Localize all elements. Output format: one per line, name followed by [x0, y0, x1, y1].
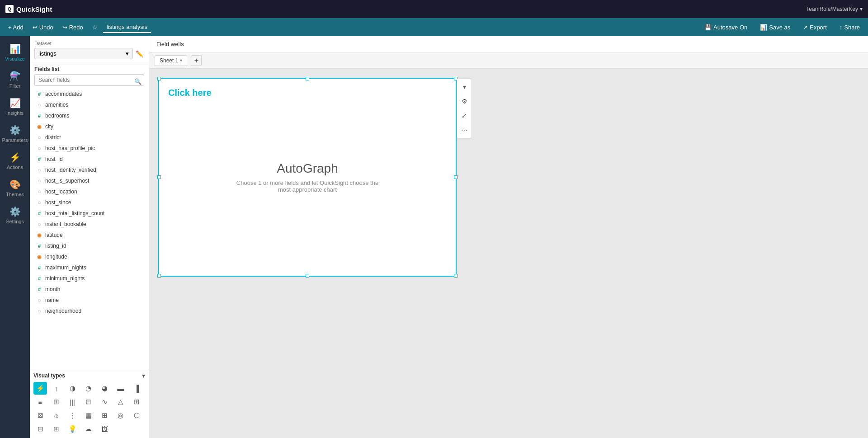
visual-collapse-button[interactable]: ▾: [458, 81, 470, 93]
visual-type-autograph[interactable]: ⚡: [33, 382, 47, 395]
field-item-amenities[interactable]: ○amenities: [30, 99, 149, 110]
visual-type-horizontal-bar[interactable]: ▬: [114, 382, 127, 395]
resize-left[interactable]: [157, 175, 161, 179]
search-icon-button[interactable]: 🔍: [134, 78, 142, 85]
visual-type-insight[interactable]: 💡: [66, 423, 79, 435]
field-item-host_id[interactable]: #host_id: [30, 154, 149, 165]
visual-more-button[interactable]: ⋯: [458, 124, 470, 136]
field-item-host_location[interactable]: ○host_location: [30, 186, 149, 197]
visual-type-bar[interactable]: ▐: [130, 382, 143, 395]
resize-bottom-left[interactable]: [157, 274, 161, 278]
canvas-area[interactable]: Click here AutoGraph Choose 1 or more fi…: [149, 69, 868, 438]
field-label-latitude: latitude: [45, 232, 63, 238]
visual-type-line[interactable]: ∿: [98, 396, 111, 408]
field-icon-city: ◉: [36, 123, 42, 130]
visual-type-donut[interactable]: ◑: [66, 382, 79, 395]
search-input[interactable]: [34, 74, 144, 86]
field-label-district: district: [45, 134, 61, 141]
visual-type-custom[interactable]: ☁: [82, 423, 95, 435]
field-item-host_since[interactable]: ○host_since: [30, 197, 149, 208]
visual-controls: ▾ ⚙ ⤢ ⋯: [457, 79, 472, 138]
field-item-listing_id[interactable]: #listing_id: [30, 240, 149, 251]
resize-right[interactable]: [454, 175, 458, 179]
field-item-instant_bookable[interactable]: ○instant_bookable: [30, 219, 149, 230]
visual-type-kpi[interactable]: ↑: [50, 382, 63, 395]
field-item-maximum_nights[interactable]: #maximum_nights: [30, 262, 149, 273]
field-label-host_location: host_location: [45, 188, 77, 195]
visual-type-stacked-bar[interactable]: ≡: [33, 396, 47, 408]
undo-label: Undo: [39, 24, 53, 31]
edit-dataset-button[interactable]: ✏️: [135, 49, 144, 58]
visual-type-map[interactable]: ◎: [114, 409, 127, 422]
resize-top[interactable]: [306, 77, 309, 80]
visual-type-pie[interactable]: ◕: [98, 382, 111, 395]
visual-type-grouped-bar2[interactable]: |||: [66, 396, 79, 408]
field-item-latitude[interactable]: ◉latitude: [30, 230, 149, 240]
visual-types-collapse-button[interactable]: ▾: [142, 372, 145, 379]
add-sheet-button[interactable]: +: [191, 55, 202, 66]
visual-type-filled-map[interactable]: ⬡: [130, 409, 143, 422]
field-item-host_is_superhost[interactable]: ○host_is_superhost: [30, 175, 149, 186]
visual-type-stacked-bar2[interactable]: ⊟: [82, 396, 95, 408]
export-button[interactable]: ↗ Export: [799, 22, 830, 33]
field-wells-bar: Field wells: [149, 36, 868, 52]
sidebar-item-settings[interactable]: ⚙️ Settings: [2, 203, 28, 228]
redo-button[interactable]: ↪ Redo: [59, 22, 87, 33]
field-item-bedrooms[interactable]: #bedrooms: [30, 110, 149, 121]
field-item-neighbourhood[interactable]: ○neighbourhood: [30, 306, 149, 316]
field-item-month[interactable]: #month: [30, 284, 149, 295]
visual-type-tree[interactable]: ▦: [82, 409, 95, 422]
visual-type-gauge[interactable]: ◔: [82, 382, 95, 395]
field-item-accommodates[interactable]: #accommodates: [30, 89, 149, 99]
resize-bottom[interactable]: [306, 274, 309, 278]
visual-type-scatter[interactable]: ⋮: [66, 409, 79, 422]
undo-button[interactable]: ↩ Undo: [29, 22, 57, 33]
visual-expand-button[interactable]: ⤢: [458, 110, 470, 122]
autosave-button[interactable]: 💾 Autosave On: [701, 22, 751, 33]
add-label: + Add: [8, 24, 24, 31]
sidebar-item-themes[interactable]: 🎨 Themes: [2, 175, 28, 201]
field-item-city[interactable]: ◉city: [30, 121, 149, 132]
dataset-select[interactable]: listings ▾: [34, 48, 133, 59]
visual-type-area[interactable]: △: [114, 396, 127, 408]
field-icon-maximum_nights: #: [36, 264, 42, 271]
field-label-host_total_listings_count: host_total_listings_count: [45, 210, 104, 217]
visual-type-heatmap[interactable]: ⊞: [130, 396, 143, 408]
sidebar-item-actions[interactable]: ⚡ Actions: [2, 148, 28, 174]
sidebar-item-insights[interactable]: 📈 Insights: [2, 94, 28, 119]
sidebar-item-visualize[interactable]: 📊 Visualize: [2, 40, 28, 65]
sidebar-item-filter[interactable]: ⚗️ Filter: [2, 67, 28, 92]
visual-settings-button[interactable]: ⚙: [458, 95, 470, 107]
field-item-host_has_profile_pic[interactable]: ○host_has_profile_pic: [30, 143, 149, 154]
visual-type-pivot[interactable]: ⊞: [50, 423, 63, 435]
field-icon-longitude: ◉: [36, 254, 42, 260]
star-icon: ☆: [92, 24, 98, 31]
click-here-prompt[interactable]: Click here: [168, 88, 212, 98]
visual-type-table[interactable]: ⊟: [33, 423, 47, 435]
visual-type-combo[interactable]: ⊠: [33, 409, 47, 422]
visual-type-grouped-bar[interactable]: ⊞: [50, 396, 63, 408]
field-item-name[interactable]: ○name: [30, 295, 149, 306]
dataset-name: listings: [38, 50, 57, 57]
field-icon-listing_id: #: [36, 243, 42, 249]
sidebar-item-parameters[interactable]: ⚙️ Parameters: [2, 121, 28, 146]
field-item-longitude[interactable]: ◉longitude: [30, 251, 149, 262]
field-item-minimum_nights[interactable]: #minimum_nights: [30, 273, 149, 284]
fields-scroll[interactable]: #accommodates○amenities#bedrooms◉city○di…: [30, 89, 149, 369]
field-item-district[interactable]: ○district: [30, 132, 149, 143]
resize-bottom-right[interactable]: [454, 274, 458, 278]
save-as-button[interactable]: 📊 Save as: [756, 22, 794, 33]
visual-container[interactable]: Click here AutoGraph Choose 1 or more fi…: [158, 78, 457, 277]
visual-type-heat2[interactable]: ⊞: [98, 409, 111, 422]
sheet-1-tab[interactable]: Sheet 1 ▾: [155, 55, 187, 66]
visual-type-image[interactable]: 🖼: [98, 423, 111, 435]
share-button[interactable]: ↑ Share: [836, 22, 863, 33]
field-item-host_total_listings_count[interactable]: #host_total_listings_count: [30, 208, 149, 219]
field-icon-host_since: ○: [36, 199, 42, 206]
add-button[interactable]: + Add: [5, 22, 27, 33]
field-item-host_identity_verified[interactable]: ○host_identity_verified: [30, 165, 149, 175]
resize-top-left[interactable]: [157, 77, 161, 80]
topbar: Q QuickSight TeamRole/MasterKey ▾: [0, 0, 868, 18]
star-button[interactable]: ☆: [89, 22, 101, 33]
visual-type-funnel[interactable]: ⌽: [50, 409, 63, 422]
